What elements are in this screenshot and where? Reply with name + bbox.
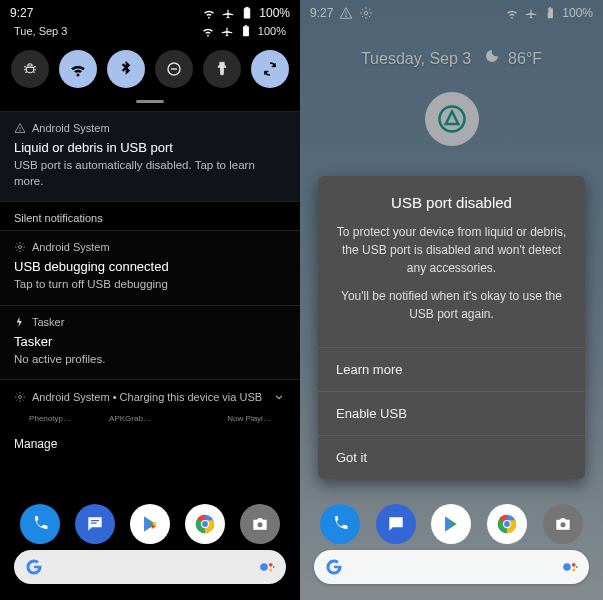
gear-icon — [14, 391, 26, 403]
notif-title: USB debugging connected — [14, 259, 286, 274]
quick-settings-row — [0, 46, 300, 96]
qs-wifi-toggle[interactable] — [59, 50, 97, 88]
wifi-icon — [201, 24, 215, 38]
search-bar[interactable] — [314, 550, 589, 584]
svg-point-26 — [563, 563, 571, 571]
dialog-enable-usb-button[interactable]: Enable USB — [318, 391, 585, 435]
svg-point-17 — [269, 563, 273, 567]
warning-icon — [14, 122, 26, 134]
app-camera[interactable] — [240, 504, 280, 544]
notif-title: Liquid or debris in USB port — [14, 140, 286, 155]
app-phone[interactable] — [20, 504, 60, 544]
notification-charging-collapsed[interactable]: Android System • Charging this device vi… — [0, 379, 300, 414]
app-messages[interactable] — [376, 504, 416, 544]
qs-bug-toggle[interactable] — [11, 50, 49, 88]
dock — [300, 504, 603, 544]
svg-point-28 — [572, 569, 575, 572]
qs-flashlight-toggle[interactable] — [203, 50, 241, 88]
status-time: 9:27 — [10, 6, 33, 20]
dialog-text: You'll be notified when it's okay to use… — [336, 287, 567, 323]
notification-usb-liquid[interactable]: Android System Liquid or debris in USB p… — [0, 111, 300, 201]
background-app-labels: Phenotyp… APKGrab… Now Playi… — [0, 414, 300, 427]
svg-rect-8 — [243, 26, 249, 36]
right-screenshot: 9:27 100% Tuesday, Sep 3 86°F USB port d… — [300, 0, 603, 600]
airplane-icon — [220, 24, 234, 38]
notif-title: Tasker — [14, 334, 286, 349]
svg-point-27 — [572, 563, 576, 567]
airplane-icon — [221, 6, 235, 20]
dialog-title: USB port disabled — [336, 194, 567, 211]
google-g-icon — [24, 557, 44, 577]
usb-disabled-dialog: USB port disabled To protect your device… — [318, 176, 585, 479]
notif-app-name: Android System — [32, 122, 110, 134]
google-g-icon — [324, 557, 344, 577]
shade-drag-handle[interactable] — [136, 100, 164, 103]
notification-tasker[interactable]: Tasker Tasker No active profiles. — [0, 305, 300, 380]
battery-percent: 100% — [259, 6, 290, 20]
qs-rotate-toggle[interactable] — [251, 50, 289, 88]
svg-point-25 — [561, 522, 566, 527]
svg-point-18 — [269, 569, 272, 572]
collapsed-text: Android System • Charging this device vi… — [32, 391, 262, 403]
app-play-store[interactable] — [431, 504, 471, 544]
notif-app-name: Tasker — [32, 316, 64, 328]
wifi-icon — [202, 6, 216, 20]
manage-button[interactable]: Manage — [0, 427, 300, 461]
notif-body: USB port is automatically disabled. Tap … — [14, 158, 286, 189]
dock — [0, 504, 300, 544]
bolt-icon — [14, 316, 26, 328]
battery-icon — [239, 24, 253, 38]
app-chrome[interactable] — [185, 504, 225, 544]
left-screenshot: 9:27 100% Tue, Sep 3 100% — [0, 0, 300, 600]
notif-body: No active profiles. — [14, 352, 286, 368]
status-bar: 9:27 100% — [0, 0, 300, 22]
notif-app-name: Android System — [32, 241, 110, 253]
svg-point-29 — [576, 566, 578, 568]
app-phone[interactable] — [320, 504, 360, 544]
app-play-store[interactable] — [130, 504, 170, 544]
app-chrome[interactable] — [487, 504, 527, 544]
svg-rect-9 — [245, 25, 247, 26]
notif-body: Tap to turn off USB debugging — [14, 277, 286, 293]
svg-point-14 — [202, 521, 208, 527]
dialog-learn-more-button[interactable]: Learn more — [318, 347, 585, 391]
assistant-icon[interactable] — [258, 558, 276, 576]
svg-point-24 — [504, 521, 510, 527]
qs-bluetooth-toggle[interactable] — [107, 50, 145, 88]
battery-percent: 100% — [258, 25, 286, 37]
dialog-got-it-button[interactable]: Got it — [318, 435, 585, 479]
svg-point-16 — [260, 563, 268, 571]
svg-point-19 — [273, 566, 275, 568]
assistant-icon[interactable] — [561, 558, 579, 576]
shade-date[interactable]: Tue, Sep 3 — [14, 25, 67, 37]
search-bar[interactable] — [14, 550, 286, 584]
battery-icon — [240, 6, 254, 20]
notification-usb-debugging[interactable]: Android System USB debugging connected T… — [0, 230, 300, 305]
app-messages[interactable] — [75, 504, 115, 544]
svg-point-15 — [258, 522, 263, 527]
svg-rect-6 — [244, 8, 250, 18]
gear-icon — [14, 241, 26, 253]
qs-dnd-toggle[interactable] — [155, 50, 193, 88]
app-camera[interactable] — [543, 504, 583, 544]
silent-section-header: Silent notifications — [0, 201, 300, 230]
dialog-text: To protect your device from liquid or de… — [336, 223, 567, 277]
svg-rect-7 — [246, 7, 248, 8]
chevron-down-icon[interactable] — [272, 390, 286, 404]
